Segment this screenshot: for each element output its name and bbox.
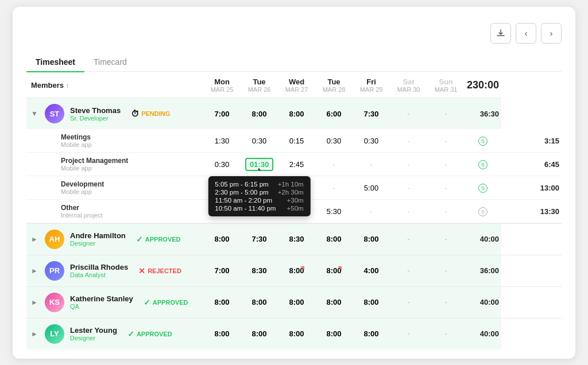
- member-day-cell: -: [390, 287, 427, 318]
- member-day-cell: 6:00: [315, 98, 353, 130]
- bill-cell: S: [465, 176, 501, 200]
- task-day-cell: -: [427, 129, 465, 153]
- task-total: 13:00: [501, 176, 562, 200]
- flag-icon: [300, 266, 304, 270]
- member-day-cell: 7:30: [241, 224, 278, 255]
- member-role: Data Analyst: [70, 271, 128, 278]
- member-day-cell: 8:00: [203, 319, 241, 350]
- bill-icon: S: [478, 160, 488, 169]
- task-day-cell: -: [315, 176, 353, 200]
- tab-timecard[interactable]: Timecard: [84, 53, 136, 72]
- tab-timesheet[interactable]: Timesheet: [26, 53, 84, 72]
- avatar: ST: [45, 104, 64, 123]
- flagged-cell-wrapper: 8:00: [289, 266, 304, 275]
- member-role: Designer: [70, 335, 117, 341]
- header-row: ‹ ›: [26, 23, 562, 44]
- member-day-cell: -: [427, 224, 465, 255]
- member-day-cell: 8:00: [315, 319, 353, 350]
- prev-button[interactable]: ‹: [516, 23, 536, 44]
- expand-button[interactable]: ►: [29, 234, 40, 245]
- task-name-cell: OtherInternal project: [42, 200, 203, 223]
- member-day-cell: 8:00: [203, 224, 241, 255]
- task-total: 3:15: [501, 129, 562, 153]
- status-badge: ⏱PENDING: [126, 107, 175, 120]
- member-name-cell: PRPriscilla RhodesData Analyst✕REJECTED: [42, 255, 203, 286]
- member-day-cell: -: [390, 224, 427, 255]
- member-name-cell: STSteve ThomasSr. Developer⏱PENDING: [42, 98, 203, 130]
- member-day-cell: 8:00: [241, 287, 278, 318]
- member-day-cell: 8:00: [241, 98, 278, 130]
- bill-icon: S: [478, 137, 488, 146]
- member-day-cell: 8:00: [278, 319, 315, 350]
- expand-button[interactable]: ►: [29, 297, 40, 308]
- avatar: PR: [45, 261, 64, 281]
- member-row: ►KSKatherine StanleyQA✓APPROVED8:008:008…: [26, 287, 562, 318]
- member-day-cell: 8:00: [315, 287, 353, 318]
- member-row: ►LYLester YoungDesigner✓APPROVED8:008:00…: [26, 319, 562, 350]
- member-day-cell: -: [390, 319, 427, 350]
- member-name-text: Andre Hamilton: [70, 231, 126, 240]
- member-row: ►AHAndre HamiltonDesigner✓APPROVED8:007:…: [26, 224, 562, 255]
- task-name: Project Management: [61, 157, 201, 165]
- member-day-cell: 8:00: [241, 319, 278, 350]
- member-day-cell: 8:00: [353, 319, 390, 350]
- member-row: ►PRPriscilla RhodesData Analyst✕REJECTED…: [26, 255, 562, 286]
- tooltip-time: 11:50 am - 2:20 pm: [215, 197, 272, 204]
- member-day-cell: -: [427, 319, 465, 350]
- bill-cell: S: [465, 153, 501, 176]
- task-day-cell: -: [390, 129, 427, 153]
- time-tooltip: 5:05 pm - 6:15 pm+1h 10m2:30 pm - 5:00 p…: [208, 176, 310, 216]
- tooltip-diff: +1h 10m: [278, 181, 304, 188]
- expand-button[interactable]: ▼: [29, 108, 40, 119]
- member-total: 36:00: [465, 255, 501, 286]
- bill-icon: S: [478, 207, 488, 216]
- task-day-cell: 5:00: [353, 176, 390, 200]
- status-badge: ✓APPROVED: [139, 296, 193, 309]
- tooltip-time: 2:30 pm - 5:00 pm: [215, 189, 268, 196]
- task-name: Other: [61, 204, 201, 212]
- member-day-cell: 8:00: [353, 287, 390, 318]
- member-total: 40:00: [465, 287, 501, 318]
- member-name-text: Priscilla Rhodes: [70, 263, 128, 271]
- task-total: 13:30: [501, 200, 562, 223]
- member-day-cell: 8:00: [278, 255, 315, 286]
- member-role: Designer: [70, 240, 126, 247]
- member-name-cell: KSKatherine StanleyQA✓APPROVED: [42, 287, 203, 318]
- member-name-text: Lester Young: [70, 326, 117, 335]
- bill-cell: S: [465, 200, 501, 223]
- task-name: Meetings: [61, 133, 201, 141]
- task-day-cell: 5:30: [315, 200, 353, 223]
- member-role: Sr. Developer: [70, 115, 121, 122]
- member-row: ▼STSteve ThomasSr. Developer⏱PENDING7:00…: [26, 98, 562, 130]
- task-day-cell: 01:305:05 pm - 6:15 pm+1h 10m2:30 pm - 5…: [241, 153, 278, 176]
- tooltip-diff: +30m: [287, 197, 304, 204]
- member-name-text: Steve Thomas: [70, 106, 121, 115]
- expand-button[interactable]: ►: [29, 265, 40, 277]
- member-day-cell: 8:00: [278, 98, 315, 130]
- member-day-cell: 7:00: [203, 255, 241, 286]
- avatar: KS: [45, 293, 64, 312]
- task-row: Project ManagementMobile app0:3001:305:0…: [26, 153, 562, 176]
- next-button[interactable]: ›: [541, 23, 562, 44]
- flagged-cell-wrapper: 8:00: [326, 266, 341, 275]
- task-day-cell: -: [427, 176, 465, 200]
- expand-button[interactable]: ►: [29, 328, 40, 340]
- member-day-cell: -: [390, 98, 427, 130]
- task-day-cell: -: [353, 200, 390, 223]
- member-role: QA: [70, 303, 133, 310]
- task-day-cell: 1:30: [203, 129, 241, 153]
- members-sort[interactable]: Members ↑: [31, 81, 69, 90]
- avatar: LY: [45, 324, 64, 344]
- member-name-text: Katherine Stanley: [70, 294, 133, 303]
- task-day-cell: 0:30: [203, 153, 241, 176]
- task-day-cell: -: [390, 200, 427, 223]
- member-day-cell: 8:00: [315, 255, 353, 286]
- member-day-cell: -: [390, 255, 427, 286]
- task-day-cell: -: [427, 200, 465, 223]
- task-name-cell: DevelopmentMobile app: [42, 176, 203, 200]
- export-button[interactable]: [490, 23, 511, 44]
- task-name-cell: MeetingsMobile app: [42, 129, 203, 153]
- member-day-cell: 7:00: [203, 98, 241, 130]
- col-sun: Sun MAR 31: [427, 72, 465, 98]
- col-tue28: Tue MAR 28: [315, 72, 353, 98]
